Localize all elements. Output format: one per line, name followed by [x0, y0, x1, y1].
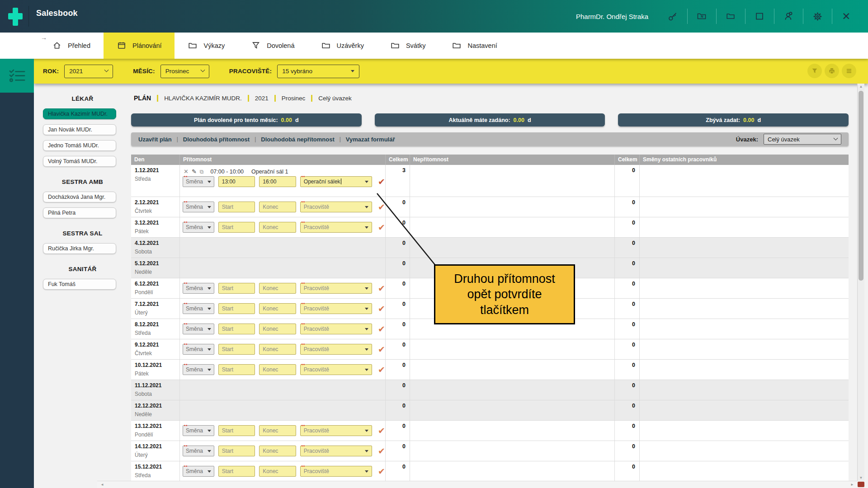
workplace-select[interactable]: ••Pracoviště [300, 202, 372, 212]
end-time-input[interactable] [259, 177, 296, 187]
gear-icon[interactable] [803, 4, 832, 29]
workplace-select[interactable]: ••Pracoviště [300, 425, 372, 436]
vertical-scrollbar[interactable]: ▲ ▼ [857, 84, 864, 481]
shift-select[interactable]: ••Směna [183, 176, 214, 187]
start-time-input[interactable] [219, 426, 255, 436]
shift-select[interactable]: ••Směna [183, 202, 214, 212]
scroll-down-arrow[interactable]: ▼ [858, 476, 864, 480]
confirm-entry-button[interactable]: ✔ [378, 467, 385, 476]
start-time-input[interactable] [219, 324, 255, 334]
confirm-entry-button[interactable]: ✔ [378, 223, 385, 232]
shift-select[interactable]: ••Směna [183, 364, 214, 375]
horizontal-scrollbar[interactable]: ◄ ► [97, 481, 857, 488]
confirm-entry-button[interactable]: ✔ [378, 178, 385, 186]
tab-výkazy[interactable]: Výkazy [175, 33, 238, 59]
workplace-select[interactable]: ••Pracoviště [300, 446, 372, 456]
toolbar-action[interactable]: Dlouhodobá nepřítomnost [261, 136, 334, 143]
staff-member-pill[interactable]: Fuk Tomáš [43, 279, 116, 290]
shift-select[interactable]: ••Směna [183, 324, 214, 334]
contract-select[interactable]: Celý úvazek [764, 134, 841, 145]
workplace-select[interactable]: ••Pracoviště [300, 283, 372, 294]
delete-entry-icon[interactable]: ✕ [184, 168, 189, 175]
start-time-input[interactable] [219, 344, 255, 354]
start-time-input[interactable] [219, 283, 255, 293]
confirm-entry-button[interactable]: ✔ [378, 366, 385, 374]
scroll-right-arrow[interactable]: ► [850, 483, 854, 487]
tab-plánování[interactable]: Plánování [104, 33, 175, 59]
tab-nastavení[interactable]: Nastavení [439, 33, 510, 59]
confirm-entry-button[interactable]: ✔ [378, 305, 385, 313]
end-time-input[interactable] [259, 365, 296, 375]
end-time-input[interactable] [259, 222, 296, 232]
start-time-input[interactable] [219, 222, 255, 232]
toolbar-action[interactable]: Dlouhodobá přítomnost [183, 136, 250, 143]
folder-n-icon[interactable]: N [687, 4, 716, 29]
confirm-entry-button[interactable]: ✔ [378, 203, 385, 211]
shift-select[interactable]: ••Směna [183, 283, 214, 294]
confirm-entry-button[interactable]: ✔ [378, 345, 385, 354]
workplace-select[interactable]: ••Pracoviště [300, 466, 372, 477]
staff-member-pill[interactable]: Hlavička Kazimír MUDr. [43, 108, 116, 119]
end-time-input[interactable] [259, 344, 296, 354]
end-time-input[interactable] [259, 202, 296, 212]
tab-přehled[interactable]: Přehled [39, 33, 104, 59]
workplace-select[interactable]: ••Pracoviště [300, 222, 372, 233]
toolbar-action[interactable]: Vymazat formulář [346, 136, 395, 143]
end-time-input[interactable] [259, 324, 296, 334]
pracoviste-select[interactable]: 15 vybráno [277, 65, 359, 78]
shift-select[interactable]: ••Směna [183, 466, 214, 477]
start-time-input[interactable] [219, 466, 255, 476]
start-time-input[interactable] [219, 304, 255, 314]
workplace-select[interactable]: ••Pracoviště [300, 344, 372, 355]
shift-select[interactable]: ••Směna [183, 303, 214, 314]
scroll-left-arrow[interactable]: ◄ [100, 483, 104, 487]
end-time-input[interactable] [259, 446, 296, 456]
tab-svátky[interactable]: Svátky [377, 33, 439, 59]
edit-entry-icon[interactable]: ✎ [192, 168, 197, 175]
close-icon[interactable]: ✕ [832, 4, 861, 29]
staff-member-pill[interactable]: Jan Novák MUDr. [43, 124, 116, 135]
vertical-scroll-thumb[interactable] [859, 91, 863, 281]
user-icon[interactable] [774, 4, 803, 29]
end-time-input[interactable] [259, 466, 296, 476]
shift-select[interactable]: ••Směna [183, 425, 214, 436]
start-time-input[interactable] [219, 365, 255, 375]
end-time-input[interactable] [259, 426, 296, 436]
shift-select[interactable]: ••Směna [183, 446, 214, 456]
print-icon[interactable] [825, 64, 839, 78]
start-time-input[interactable] [219, 177, 255, 187]
mesic-select[interactable]: Prosinec [160, 65, 209, 78]
staff-member-pill[interactable]: Pilná Petra [43, 207, 116, 218]
workplace-select[interactable]: ••Pracoviště [300, 324, 372, 334]
filter-icon[interactable] [807, 64, 822, 78]
confirm-entry-button[interactable]: ✔ [378, 447, 385, 455]
sidebar-checklist-icon[interactable] [0, 59, 34, 93]
copy-entry-icon[interactable]: ⧉ [200, 169, 204, 175]
start-time-input[interactable] [219, 202, 255, 212]
confirm-entry-button[interactable]: ✔ [378, 284, 385, 293]
scroll-up-arrow[interactable]: ▲ [858, 84, 864, 89]
start-time-input[interactable] [219, 446, 255, 456]
tab-dovolená[interactable]: Dovolená [238, 33, 307, 59]
confirm-entry-button[interactable]: ✔ [378, 325, 385, 333]
workplace-select[interactable]: ••Pracoviště [300, 303, 372, 314]
staff-member-pill[interactable]: Ručička Jirka Mgr. [43, 243, 116, 254]
toolbar-action[interactable]: Uzavřít plán [138, 136, 172, 143]
end-time-input[interactable] [259, 283, 296, 293]
folder-icon[interactable] [716, 4, 745, 29]
window-icon[interactable] [745, 4, 774, 29]
workplace-select[interactable]: ••Pracoviště [300, 364, 372, 375]
key-icon[interactable] [658, 4, 687, 29]
tab-uzávěrky[interactable]: Uzávěrky [308, 33, 377, 59]
staff-member-pill[interactable]: Docházková Jana Mgr. [43, 192, 116, 202]
workplace-select[interactable]: ••Operační sálek [300, 176, 372, 187]
menu-icon[interactable] [842, 64, 856, 78]
rok-select[interactable]: 2021 [64, 65, 113, 78]
staff-member-pill[interactable]: Volný Tomáš MUDr. [43, 156, 116, 167]
shift-select[interactable]: ••Směna [183, 222, 214, 233]
end-time-input[interactable] [259, 304, 296, 314]
confirm-entry-button[interactable]: ✔ [378, 427, 385, 435]
staff-member-pill[interactable]: Jedno Tomáš MUDr. [43, 140, 116, 151]
shift-select[interactable]: ••Směna [183, 344, 214, 355]
required-marker: •• [184, 362, 188, 367]
